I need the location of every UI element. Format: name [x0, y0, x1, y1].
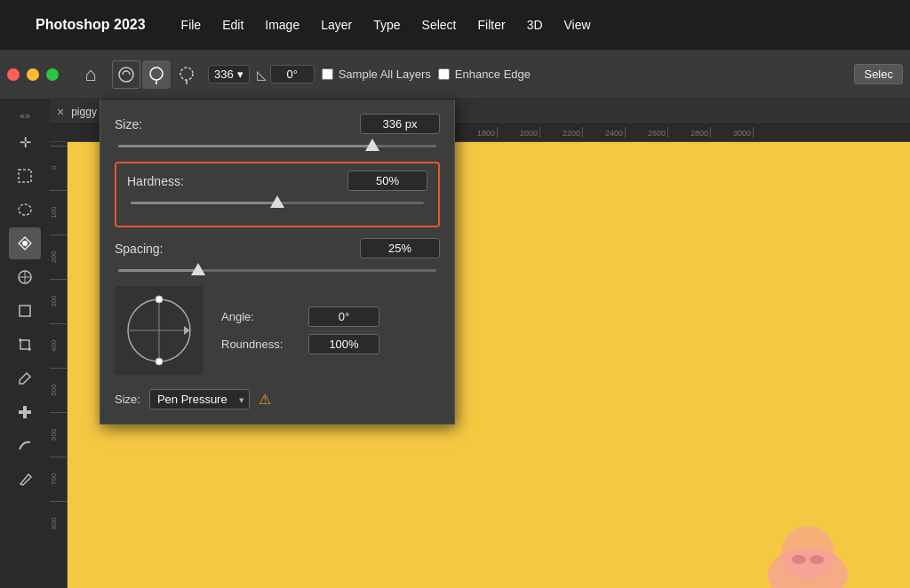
v-mark-200: 200	[50, 234, 67, 279]
stamp-tool[interactable]	[9, 261, 41, 293]
enhance-edge-checkbox[interactable]	[438, 68, 450, 80]
ruler-mark-2600: 2600	[626, 127, 668, 138]
tab-filename: piggy	[71, 106, 97, 118]
app-title: Photoshop 2023	[36, 17, 146, 33]
ruler-mark-2800: 2800	[668, 127, 711, 138]
roundness-ar-input[interactable]	[308, 334, 379, 354]
svg-point-0	[119, 68, 133, 82]
roundness-ar-label: Roundness:	[221, 338, 301, 351]
smudge-brush-icon[interactable]	[172, 60, 201, 89]
svg-point-1	[150, 68, 163, 80]
main-area: «» ✛	[0, 99, 910, 588]
brush-icon[interactable]	[142, 60, 171, 89]
menu-view[interactable]: View	[564, 18, 591, 32]
move-tool[interactable]: ✛	[9, 126, 41, 158]
ruler-mark-2000: 2000	[498, 127, 540, 138]
pen-tool[interactable]	[9, 464, 41, 496]
marquee-tool[interactable]	[9, 160, 41, 192]
hardness-slider-fill	[131, 202, 277, 204]
minimize-button[interactable]	[27, 68, 39, 81]
menu-3d[interactable]: 3D	[527, 18, 543, 32]
menu-file[interactable]: File	[181, 18, 202, 32]
spacing-slider-fill	[118, 269, 198, 272]
history-brush-icon[interactable]	[112, 60, 140, 89]
collapse-arrow-icon[interactable]: «»	[9, 107, 41, 124]
size-slider-thumb[interactable]	[365, 139, 379, 151]
svg-point-4	[19, 204, 31, 215]
heal-tool[interactable]	[9, 396, 41, 428]
vertical-ruler: 0 100 200 300 400 500 600 700 800	[50, 142, 68, 588]
size-input[interactable]	[360, 114, 440, 134]
brush-tool[interactable]	[9, 227, 41, 259]
size-slider-track[interactable]	[118, 145, 436, 147]
size-dynamic-select[interactable]: Pen Pressure Off Fade Pen Tilt Stylus Wh…	[149, 389, 250, 409]
svg-point-20	[156, 296, 163, 303]
svg-point-2	[180, 68, 193, 80]
size-slider-row	[115, 145, 440, 147]
svg-rect-3	[19, 170, 31, 182]
v-mark-100: 100	[50, 190, 67, 234]
spacing-input[interactable]	[360, 238, 440, 258]
size-dynamic-label: Size:	[115, 393, 140, 406]
spacing-slider-row	[115, 269, 440, 272]
hardness-section: Hardness:	[115, 162, 440, 227]
brush-size-display[interactable]: 336 ▾	[208, 65, 250, 83]
ruler-mark-2200: 2200	[540, 127, 583, 138]
home-icon[interactable]: ⌂	[76, 60, 105, 89]
svg-point-14	[792, 555, 806, 564]
hardness-slider-track[interactable]	[131, 202, 424, 204]
svg-rect-11	[23, 406, 27, 418]
angle-input[interactable]	[270, 65, 315, 83]
spacing-slider-thumb[interactable]	[191, 263, 205, 275]
menu-image[interactable]: Image	[265, 18, 299, 32]
menu-edit[interactable]: Edit	[222, 18, 243, 32]
spacing-slider-track[interactable]	[118, 269, 436, 272]
hardness-slider-thumb[interactable]	[270, 195, 284, 208]
menu-select[interactable]: Select	[422, 18, 457, 32]
hardness-row: Hardness:	[127, 171, 427, 191]
sample-all-layers-checkbox[interactable]	[322, 68, 333, 80]
eyedropper-tool[interactable]	[9, 362, 41, 394]
brush-shape-preview	[115, 286, 204, 375]
angle-ar-label: Angle:	[221, 310, 301, 323]
ruler-mark-3000: 3000	[711, 127, 754, 138]
svg-point-15	[810, 555, 824, 564]
maximize-button[interactable]	[46, 68, 59, 81]
ruler-mark-2400: 2400	[583, 127, 626, 138]
shape-section: Angle: Roundness:	[115, 286, 440, 375]
close-button[interactable]	[7, 68, 20, 81]
tab-close-button[interactable]: ×	[57, 105, 64, 119]
angle-ar-row: Angle:	[221, 306, 440, 327]
sample-all-layers-group: Sample All Layers	[322, 68, 431, 81]
brush-size-value: 336	[214, 68, 234, 81]
title-bar: Photoshop 2023 File Edit Image Layer Typ…	[0, 0, 910, 50]
ruler-mark-1800: 1800	[455, 127, 498, 138]
svg-point-5	[22, 241, 28, 246]
pig-face-illustration	[750, 508, 866, 588]
left-sidebar: «» ✛	[0, 99, 50, 588]
hardness-input[interactable]	[347, 171, 427, 191]
spacing-label: Spacing:	[115, 242, 230, 256]
menu-filter[interactable]: Filter	[478, 18, 506, 32]
select-button[interactable]: Selec	[854, 64, 903, 84]
menu-layer[interactable]: Layer	[321, 18, 352, 32]
v-mark-700: 700	[50, 457, 67, 501]
size-control-row: Size: Pen Pressure Off Fade Pen Tilt Sty…	[115, 389, 440, 409]
angle-icon: ◺	[257, 68, 267, 82]
crop-tool[interactable]	[9, 329, 41, 361]
brush-tools-group	[112, 60, 201, 89]
transform-tool[interactable]	[9, 295, 41, 327]
spacing-row: Spacing:	[115, 238, 440, 258]
hardness-label: Hardness:	[127, 174, 243, 188]
angle-ar-input[interactable]	[308, 306, 379, 327]
roundness-ar-row: Roundness:	[221, 334, 440, 354]
brush-panel: Size: Hardness:	[100, 99, 455, 425]
smudge-tool[interactable]	[9, 430, 41, 462]
v-mark-300: 300	[50, 279, 67, 323]
sample-all-layers-label: Sample All Layers	[339, 68, 431, 81]
lasso-tool[interactable]	[9, 194, 41, 226]
v-ruler-content: 0 100 200 300 400 500 600 700 800	[50, 142, 67, 545]
brush-size-arrow: ▾	[237, 68, 243, 81]
menu-type[interactable]: Type	[373, 18, 400, 32]
size-select-wrapper[interactable]: Pen Pressure Off Fade Pen Tilt Stylus Wh…	[149, 389, 250, 409]
